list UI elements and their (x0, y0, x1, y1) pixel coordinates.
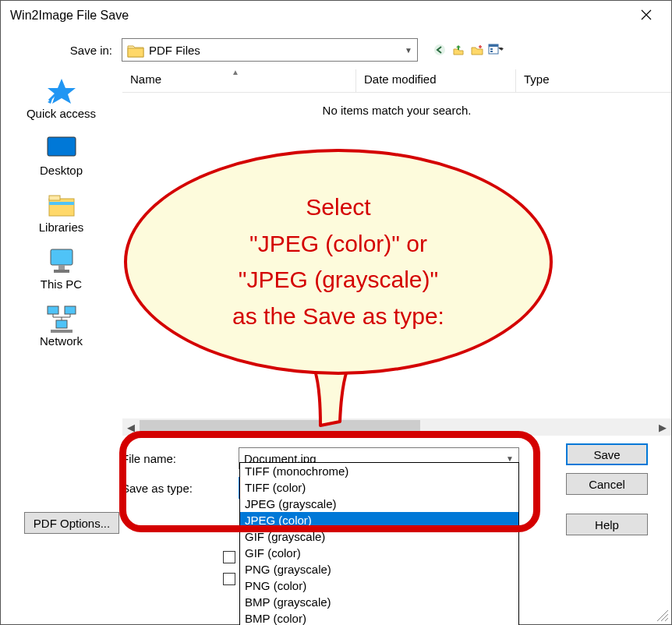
svg-rect-9 (49, 196, 60, 200)
help-button[interactable]: Help (566, 514, 648, 535)
type-option[interactable]: GIF (grayscale) (240, 528, 518, 545)
type-option[interactable]: JPEG (grayscale) (240, 496, 518, 512)
scroll-right-icon[interactable]: ▶ (654, 422, 671, 433)
svg-rect-4 (490, 48, 493, 50)
back-icon[interactable] (432, 42, 447, 58)
type-option[interactable]: TIFF (monochrome) (240, 463, 518, 479)
column-date[interactable]: Date modified (356, 69, 516, 92)
window-title: Win2Image File Save (10, 9, 129, 23)
svg-rect-14 (48, 306, 58, 314)
file-name-label: File name: (122, 452, 239, 465)
svg-rect-10 (49, 202, 74, 205)
type-option[interactable]: PNG (color) (240, 577, 518, 594)
place-libraries[interactable]: Libraries (1, 189, 122, 234)
save-in-label: Save in: (36, 44, 122, 57)
place-this-pc[interactable]: This PC (1, 246, 122, 291)
sort-indicator-icon: ▲ (232, 68, 239, 76)
svg-rect-3 (489, 44, 498, 47)
save-dialog: Win2Image File Save Save in: PDF Files ▼ (0, 0, 672, 625)
chevron-down-icon[interactable]: ▼ (506, 454, 514, 463)
column-type[interactable]: Type (516, 69, 671, 92)
place-network[interactable]: Network (1, 303, 122, 348)
annotation-callout: Select "JPEG (color)" or "JPEG (grayscal… (124, 149, 553, 375)
resize-grip-icon[interactable] (657, 610, 668, 621)
place-label: Quick access (27, 107, 96, 120)
new-folder-icon[interactable] (469, 42, 485, 58)
view-menu-icon[interactable] (488, 42, 504, 58)
close-button[interactable] (631, 8, 662, 24)
column-headers: Name ▲ Date modified Type (122, 69, 671, 93)
place-label: Desktop (40, 164, 83, 177)
svg-point-1 (434, 44, 445, 55)
type-option[interactable]: JPEG (color) (240, 512, 518, 528)
save-as-type-label: Save as type: (122, 482, 239, 495)
save-in-value: PDF Files (149, 44, 200, 57)
type-option[interactable]: BMP (color) (240, 610, 518, 625)
save-button[interactable]: Save (566, 443, 648, 465)
svg-rect-17 (51, 330, 73, 333)
action-buttons: Save Cancel Help (566, 443, 648, 535)
desktop-icon (43, 132, 80, 164)
type-option[interactable]: BMP (grayscale) (240, 594, 518, 610)
scroll-left-icon[interactable]: ◀ (122, 422, 140, 433)
libraries-icon (43, 189, 80, 221)
cancel-button[interactable]: Cancel (566, 473, 648, 495)
svg-rect-12 (58, 265, 65, 270)
type-option[interactable]: GIF (color) (240, 545, 518, 561)
save-in-dropdown[interactable]: PDF Files ▼ (122, 38, 418, 62)
svg-rect-5 (490, 51, 493, 52)
empty-message: No items match your search. (122, 93, 671, 117)
type-option[interactable]: PNG (grayscale) (240, 561, 518, 577)
callout-text: Select "JPEG (color)" or "JPEG (grayscal… (232, 189, 444, 334)
toolbar-icons (432, 42, 504, 58)
place-quick-access[interactable]: Quick access (1, 76, 122, 120)
svg-rect-8 (49, 199, 74, 216)
pdf-options-button[interactable]: PDF Options... (24, 512, 119, 534)
checkbox-box[interactable] (223, 573, 235, 585)
svg-rect-16 (56, 320, 67, 328)
scroll-thumb[interactable] (140, 420, 420, 433)
svg-rect-0 (128, 48, 143, 57)
horizontal-scrollbar[interactable]: ◀ ▶ (122, 418, 671, 436)
title-bar: Win2Image File Save (1, 1, 671, 30)
svg-rect-15 (65, 306, 76, 314)
place-desktop[interactable]: Desktop (1, 132, 122, 177)
place-label: Libraries (39, 221, 84, 234)
network-icon (43, 303, 80, 334)
checkbox-box[interactable] (223, 551, 235, 563)
chevron-down-icon: ▼ (405, 46, 412, 55)
svg-rect-13 (54, 270, 69, 273)
type-option[interactable]: TIFF (color) (240, 479, 518, 496)
scroll-track[interactable] (140, 418, 654, 436)
svg-rect-6 (48, 137, 76, 156)
quick-access-icon (43, 76, 80, 107)
folder-icon (127, 42, 144, 57)
place-label: Network (40, 334, 83, 348)
this-pc-icon (43, 246, 80, 277)
save-as-type-options-list[interactable]: TIFF (monochrome)TIFF (color)JPEG (grays… (239, 462, 519, 625)
column-name[interactable]: Name ▲ (122, 69, 356, 92)
up-icon[interactable] (451, 42, 466, 58)
save-in-row: Save in: PDF Files ▼ (36, 30, 671, 69)
places-bar: Quick access Desktop Libraries This PC (1, 69, 122, 436)
svg-rect-11 (51, 249, 73, 265)
place-label: This PC (41, 277, 82, 291)
